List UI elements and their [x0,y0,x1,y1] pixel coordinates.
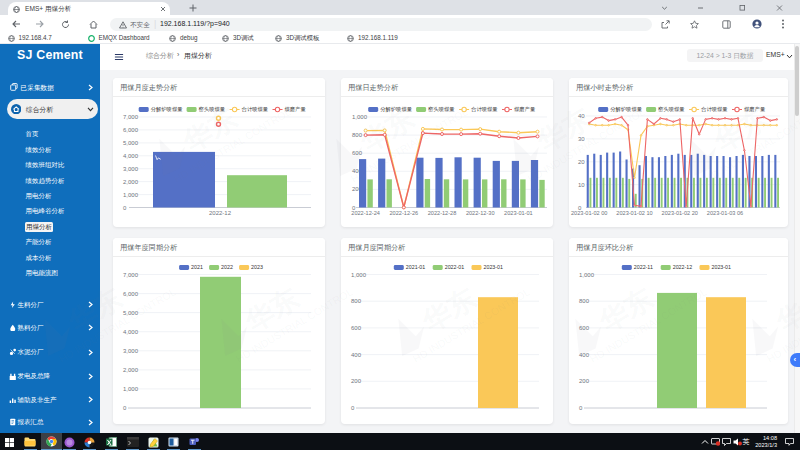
svg-text:分解炉喷煤量: 分解炉喷煤量 [610,106,642,113]
svg-text:800: 800 [352,132,363,138]
svg-text:800: 800 [351,298,362,304]
svg-text:窑头喷煤量: 窑头喷煤量 [199,106,226,112]
svg-text:7,000: 7,000 [123,114,139,120]
svg-text:800: 800 [579,298,590,304]
svg-text:40: 40 [578,113,585,119]
svg-text:2,000: 2,000 [123,367,139,373]
svg-text:2,000: 2,000 [123,179,139,185]
svg-text:1,000: 1,000 [352,114,368,120]
svg-text:1,000: 1,000 [123,386,139,392]
svg-text:2022-11: 2022-11 [634,264,653,270]
svg-text:2023-01-02 20: 2023-01-02 20 [662,210,698,216]
svg-text:30: 30 [578,136,585,142]
svg-text:400: 400 [351,352,362,358]
svg-text:5,000: 5,000 [123,140,139,146]
svg-text:0: 0 [123,205,127,211]
svg-text:600: 600 [351,325,362,331]
svg-text:600: 600 [352,150,363,156]
svg-text:合计喷煤量: 合计喷煤量 [242,106,269,113]
svg-text:2023-01: 2023-01 [712,264,731,270]
svg-text:2023-01-03 06: 2023-01-03 06 [707,210,743,216]
svg-text:2022-12-28: 2022-12-28 [428,210,457,216]
svg-text:1,000: 1,000 [123,192,139,198]
svg-text:2022-12: 2022-12 [209,210,232,216]
svg-text:2023-01-01: 2023-01-01 [504,210,533,216]
svg-text:400: 400 [579,352,590,358]
svg-text:200: 200 [579,378,590,384]
svg-text:2022-12-26: 2022-12-26 [389,210,418,216]
svg-text:2023-01-02 00: 2023-01-02 00 [571,210,607,216]
svg-text:5,000: 5,000 [123,310,139,316]
svg-text:4,000: 4,000 [123,153,139,159]
svg-text:2022-12-30: 2022-12-30 [466,210,495,216]
svg-text:2023: 2023 [251,264,263,270]
svg-text:2023-01: 2023-01 [484,264,503,270]
svg-text:煤磨产量: 煤磨产量 [514,106,536,112]
svg-text:1,000: 1,000 [351,272,367,278]
svg-text:2022: 2022 [221,264,233,270]
svg-text:2021-01: 2021-01 [406,264,425,270]
svg-text:6,000: 6,000 [123,127,139,133]
svg-text:2022-12: 2022-12 [673,264,692,270]
svg-text:2023-01-02 10: 2023-01-02 10 [616,210,652,216]
svg-text:合计喷煤量: 合计喷煤量 [471,106,498,113]
svg-text:200: 200 [351,378,362,384]
svg-text:0: 0 [579,405,583,411]
svg-text:4,000: 4,000 [123,329,139,335]
svg-text:10: 10 [578,182,585,188]
svg-text:合计喷煤量: 合计喷煤量 [701,106,728,113]
svg-text:窑头喷煤量: 窑头喷煤量 [658,106,685,112]
svg-text:7,000: 7,000 [123,272,139,278]
svg-text:0: 0 [123,405,127,411]
svg-text:3,000: 3,000 [123,166,139,172]
svg-text:2021: 2021 [191,264,203,270]
svg-text:0: 0 [351,405,355,411]
svg-text:3,000: 3,000 [123,348,139,354]
svg-text:煤磨产量: 煤磨产量 [744,106,766,112]
svg-text:2022-12-24: 2022-12-24 [351,210,380,216]
svg-text:分解炉喷煤量: 分解炉喷煤量 [380,106,412,113]
svg-text:1,000: 1,000 [579,272,595,278]
svg-text:20: 20 [578,159,585,165]
svg-text:2022-01: 2022-01 [445,264,464,270]
svg-text:分解炉喷煤量: 分解炉喷煤量 [151,106,183,113]
svg-text:窑头喷煤量: 窑头喷煤量 [428,106,455,112]
svg-text:6,000: 6,000 [123,291,139,297]
svg-text:600: 600 [579,325,590,331]
svg-text:煤磨产量: 煤磨产量 [285,106,307,112]
